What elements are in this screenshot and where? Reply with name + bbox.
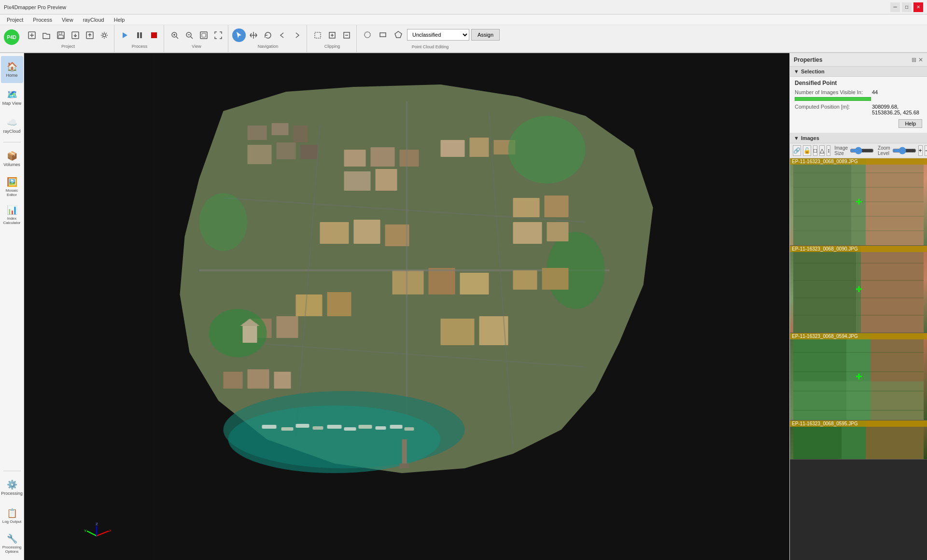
rect-select-button[interactable]: □ (813, 145, 817, 156)
zoom-out-button[interactable] (183, 28, 196, 42)
close-button[interactable]: ✕ (913, 2, 923, 12)
new-project-button[interactable] (25, 28, 39, 42)
maximize-button[interactable]: □ (902, 2, 912, 12)
svg-rect-89 (243, 323, 257, 343)
image-filename-3: EP-11-16323_0068_0594.JPG (790, 333, 927, 339)
sidebar-item-mapview[interactable]: 🗺️ Map View (1, 84, 23, 111)
selection-section-header[interactable]: ▼ Selection (790, 67, 927, 77)
fullscreen-button[interactable] (211, 28, 225, 42)
open-project-button[interactable] (40, 28, 53, 42)
settings-button[interactable] (98, 28, 111, 42)
images-section-header[interactable]: ▼ Images (790, 133, 927, 143)
sidebar-item-index[interactable]: 📊 Index Calculator (1, 201, 23, 228)
svg-rect-28 (380, 33, 386, 37)
assign-button[interactable]: Assign (471, 29, 500, 41)
raycloud-icon: ☁️ (7, 117, 17, 128)
process-run-button[interactable] (118, 28, 132, 42)
processing-icon: ⚙️ (7, 479, 17, 490)
list-item[interactable]: EP-11-16323_0068_0594.JPG ✛ (790, 333, 927, 420)
menu-help[interactable]: Help (109, 16, 130, 24)
sidebar-item-home[interactable]: 🏠 Home (1, 56, 23, 83)
sidebar-raycloud-label: rayCloud (3, 129, 20, 134)
pc-editing-label: Point Cloud Editing (412, 44, 449, 49)
zoom-in-img-button[interactable]: + (918, 145, 923, 156)
image-size-slider[interactable] (850, 147, 874, 154)
zoom-level-slider[interactable] (892, 147, 916, 154)
process-pause-button[interactable] (133, 28, 146, 42)
svg-rect-10 (137, 32, 139, 38)
process-label: Process (132, 44, 148, 49)
zoom-vertical-button[interactable]: ↕ (827, 145, 830, 156)
select-nav-button[interactable] (232, 28, 246, 42)
nav-right-button[interactable] (290, 28, 304, 42)
menu-project[interactable]: Project (2, 16, 28, 24)
list-item[interactable]: EP-11-16323_0068_0090.JPG ✛ (790, 246, 927, 333)
svg-rect-71 (344, 427, 356, 431)
fit-view-button[interactable] (197, 28, 211, 42)
svg-rect-35 (248, 145, 272, 164)
panel-detach-button[interactable]: ⊞ (912, 56, 916, 63)
sidebar-divider-2 (3, 471, 21, 471)
view-label: View (192, 44, 201, 49)
selection-label: Selection (801, 69, 825, 74)
menu-raycloud[interactable]: rayCloud (78, 16, 109, 24)
pc-edit-lasso-button[interactable] (361, 28, 374, 42)
sidebar-item-mosaic[interactable]: 🖼️ Mosaic Editor (1, 173, 23, 200)
unlink-images-button[interactable]: 🔓 (803, 145, 811, 156)
map-icon: 🗺️ (7, 89, 17, 100)
help-button[interactable]: Help (899, 119, 922, 128)
clip-remove-button[interactable] (340, 28, 353, 42)
toolbar: P4D Project (0, 25, 927, 53)
sidebar-item-logoutput[interactable]: 📋 Log Output (1, 502, 23, 529)
list-item[interactable]: EP-11-16323_0068_0089.JPG (790, 158, 927, 246)
svg-point-77 (508, 116, 586, 183)
svg-marker-29 (395, 31, 402, 38)
pan-nav-button[interactable] (247, 28, 260, 42)
point-cloud-editing-group: Unclassified Ground Low Vegetation Mediu… (358, 25, 503, 52)
triangle-select-button[interactable]: △ (819, 145, 825, 156)
volumes-icon: 📦 (7, 151, 17, 161)
svg-rect-68 (296, 424, 309, 428)
export-button[interactable] (83, 28, 97, 42)
app-logo: P4D (4, 29, 19, 45)
sidebar-item-proc-options[interactable]: 🔧 Processing Options (1, 530, 23, 557)
svg-rect-47 (354, 220, 380, 244)
sidebar-item-volumes[interactable]: 📦 Volumes (1, 145, 23, 172)
sidebar-item-processing[interactable]: ⚙️ Processing (1, 474, 23, 501)
window-controls: ─ □ ✕ (890, 2, 923, 12)
svg-rect-75 (405, 427, 414, 431)
save-button[interactable] (54, 28, 68, 42)
svg-rect-80 (513, 198, 540, 217)
class-dropdown[interactable]: Unclassified Ground Low Vegetation Mediu… (407, 29, 469, 41)
svg-point-65 (228, 406, 441, 473)
import-button[interactable] (69, 28, 82, 42)
clip-add-button[interactable] (325, 28, 339, 42)
zoom-out-img-button[interactable]: − (925, 145, 927, 156)
menu-view[interactable]: View (57, 16, 78, 24)
nav-left-button[interactable] (276, 28, 289, 42)
rotate-nav-button[interactable] (261, 28, 275, 42)
svg-text:Z: Z (96, 522, 98, 526)
viewport[interactable]: X Y Z (24, 53, 789, 560)
images-list[interactable]: EP-11-16323_0068_0089.JPG (790, 158, 927, 560)
menu-process[interactable]: Process (28, 16, 57, 24)
link-images-button[interactable]: 🔗 (793, 145, 801, 156)
mosaic-icon: 🖼️ (7, 177, 17, 187)
zoom-in-button[interactable] (168, 28, 182, 42)
svg-text:X: X (109, 529, 111, 533)
clip-select-button[interactable] (311, 28, 324, 42)
image-filename-1: EP-11-16323_0068_0089.JPG (790, 158, 927, 165)
pc-edit-polygon-button[interactable] (392, 28, 405, 42)
toolbar-navigation-group: Navigation (229, 25, 307, 52)
svg-rect-81 (545, 196, 569, 217)
svg-rect-82 (513, 222, 542, 244)
svg-rect-48 (385, 224, 409, 246)
panel-close-button[interactable]: ✕ (918, 56, 923, 63)
list-item[interactable]: EP-11-16323_0068_0595.JPG (790, 420, 927, 460)
point-type: Densified Point (795, 80, 922, 86)
sidebar-item-raycloud[interactable]: ☁️ rayCloud (1, 112, 23, 139)
process-stop-button[interactable] (147, 28, 161, 42)
pc-edit-rect-button[interactable] (376, 28, 390, 42)
computed-pos-row: Computed Position [m]: 308099.68, 515383… (795, 104, 922, 115)
minimize-button[interactable]: ─ (890, 2, 900, 12)
